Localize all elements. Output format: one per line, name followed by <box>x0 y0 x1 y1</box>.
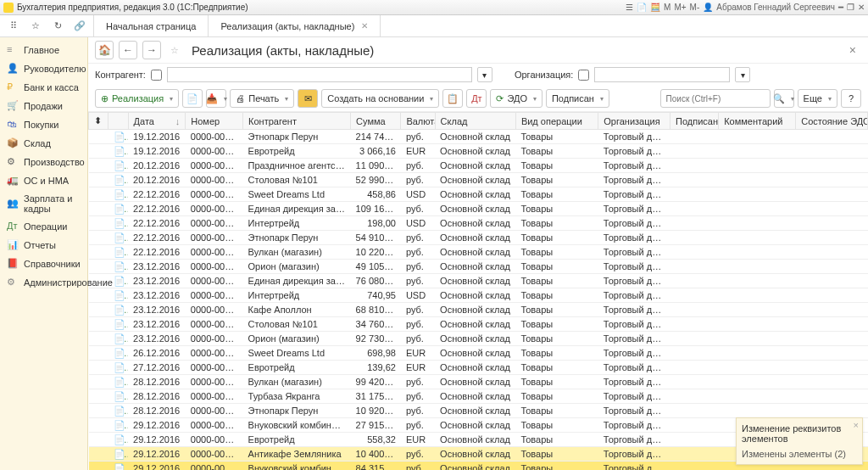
sidebar-item[interactable]: 🚛ОС и НМА <box>0 171 87 190</box>
page-close-button[interactable]: × <box>844 43 861 57</box>
search-input[interactable] <box>660 89 771 108</box>
notification-toast[interactable]: × Изменение реквизитов элементов Изменен… <box>736 417 863 465</box>
notification-body: Изменены элементы (2) <box>742 449 857 459</box>
table-row[interactable]: 📄27.12.20160000-000596Евротрейд139,62EUR… <box>89 361 868 375</box>
organization-select-button[interactable]: ▾ <box>735 67 750 82</box>
sidebar-item[interactable]: 📊Отчеты <box>0 236 87 255</box>
col-operation[interactable]: Вид операции <box>515 113 598 130</box>
sidebar-item[interactable]: 📦Склад <box>0 134 87 153</box>
table-row[interactable]: 📄26.12.20160000-000595Sweet Dreams Ltd69… <box>89 346 868 361</box>
table-row[interactable]: 📄23.12.20160000-000594Орион (магазин)92 … <box>89 332 868 346</box>
doc-icon: 📄 <box>114 276 124 286</box>
sidebar-item[interactable]: ⚙Администрирование <box>0 273 87 292</box>
doc-icon: 📄 <box>114 319 124 329</box>
col-date[interactable]: Дата ↓ <box>128 113 186 130</box>
favorite-icon[interactable]: ☆ <box>166 45 183 56</box>
sidebar-item[interactable]: ⚙Производство <box>0 153 87 171</box>
sidebar-item[interactable]: ₽Банк и касса <box>0 78 87 97</box>
sidebar-label: Покупки <box>24 120 58 130</box>
apps-icon[interactable]: ⠿ <box>7 20 20 33</box>
history-icon[interactable]: ↻ <box>51 20 64 33</box>
edo-button[interactable]: ⟳ ЭДО <box>490 89 542 108</box>
related-button[interactable]: 📋 <box>442 89 463 108</box>
sidebar-item[interactable]: 👥Зарплата и кадры <box>0 190 87 217</box>
minimize-button[interactable]: ━ <box>838 3 843 12</box>
close-button[interactable]: ✕ <box>858 3 865 12</box>
col-status[interactable]: ⬍ <box>89 113 108 130</box>
top-nav: ⠿ ☆ ↻ 🔗 Начальная страница Реализация (а… <box>0 15 868 37</box>
table-row[interactable]: 📄23.12.20160000-000589Орион (магазин)49 … <box>89 260 868 274</box>
contragent-input[interactable] <box>167 67 472 82</box>
sidebar: ≡Главное👤Руководителю₽Банк и касса🛒Прода… <box>0 37 88 470</box>
col-warehouse[interactable]: Склад <box>435 113 515 130</box>
print-button[interactable]: 🖨 Печать <box>230 89 294 108</box>
table-row[interactable]: 📄22.12.20160000-000584Sweet Dreams Ltd45… <box>89 187 868 202</box>
more-button[interactable]: Еще <box>798 89 837 108</box>
table-row[interactable]: 📄22.12.20160000-000586Интертрейд198,00US… <box>89 216 868 231</box>
contragent-select-button[interactable]: ▾ <box>477 67 492 82</box>
notification-close-icon[interactable]: × <box>854 420 859 430</box>
tb-icon[interactable]: 🧮 <box>650 3 660 12</box>
grid[interactable]: ⬍ Дата ↓ Номер Контрагент Сумма Валюта С… <box>88 112 868 470</box>
col-marker[interactable] <box>108 113 128 130</box>
sidebar-item[interactable]: 📕Справочники <box>0 255 87 273</box>
col-contragent[interactable]: Контрагент <box>243 113 351 130</box>
tab-home[interactable]: Начальная страница <box>94 15 209 36</box>
home-button[interactable]: 🏠 <box>95 41 114 59</box>
table-row[interactable]: 📄22.12.20160000-000588Вулкан (магазин)10… <box>89 245 868 260</box>
back-button[interactable]: ← <box>119 41 137 59</box>
sidebar-icon: ₽ <box>7 81 19 93</box>
dt-button[interactable]: Дт <box>466 89 487 108</box>
table-row[interactable]: 📄28.12.20160000-000597Вулкан (магазин)99… <box>89 375 868 389</box>
sidebar-label: Главное <box>24 45 59 55</box>
sidebar-item[interactable]: ДтОперации <box>0 217 87 236</box>
tab-realization[interactable]: Реализация (акты, накладные)✕ <box>209 15 381 36</box>
table-row[interactable]: 📄23.12.20160000-000591Интертрейд740,95US… <box>89 288 868 303</box>
organization-input[interactable] <box>594 67 730 82</box>
sidebar-label: Банк и касса <box>24 82 79 92</box>
table-row[interactable]: 📄28.12.20160000-000599Этнопарк Перун10 9… <box>89 404 868 418</box>
load-button[interactable]: 📥 <box>206 89 226 108</box>
link-icon[interactable]: 🔗 <box>73 20 86 33</box>
table-row[interactable]: 📄23.12.20160000-000592Кафе Аполлон68 810… <box>89 303 868 317</box>
col-organization[interactable]: Организация <box>598 113 670 130</box>
star-icon[interactable]: ☆ <box>29 20 42 33</box>
col-number[interactable]: Номер <box>186 113 243 130</box>
tab-close-icon[interactable]: ✕ <box>361 21 368 31</box>
col-edo[interactable]: Состояние ЭДО <box>796 113 868 130</box>
search-button[interactable]: 🔍 <box>774 89 794 108</box>
sidebar-item[interactable]: 🛒Продажи <box>0 97 87 115</box>
col-signed[interactable]: Подписан <box>670 113 718 130</box>
col-comment[interactable]: Комментарий <box>719 113 796 130</box>
table-row[interactable]: 📄28.12.20160000-000598Турбаза Якранга31 … <box>89 389 868 404</box>
sidebar-item[interactable]: 🛍Покупки <box>0 115 87 134</box>
mail-button[interactable]: ✉ <box>298 89 318 108</box>
table-row[interactable]: 📄20.12.20160000-000583Столовая №10152 99… <box>89 173 868 187</box>
copy-button[interactable]: 📄 <box>182 89 203 108</box>
table-row[interactable]: 📄19.12.20160000-000581Евротрейд3 066,16E… <box>89 144 868 159</box>
table-row[interactable]: 📄23.12.20160000-000593Столовая №10134 76… <box>89 317 868 332</box>
realization-button[interactable]: ⊕ Реализация <box>95 89 179 108</box>
sync-icon: ⟳ <box>496 93 504 104</box>
contragent-checkbox[interactable] <box>151 70 162 81</box>
create-based-button[interactable]: Создать на основании <box>321 89 439 108</box>
sidebar-item[interactable]: 👤Руководителю <box>0 59 87 78</box>
help-button[interactable]: ? <box>841 89 861 108</box>
organization-checkbox[interactable] <box>578 70 589 81</box>
tb-icon[interactable]: ☰ <box>626 3 633 12</box>
tb-icon[interactable]: 📄 <box>637 3 647 12</box>
maximize-button[interactable]: ❐ <box>847 3 854 12</box>
table-row[interactable]: 📄22.12.20160000-000585Единая дирекция за… <box>89 202 868 216</box>
user-name[interactable]: Абрамов Геннадий Сергеевич <box>716 3 835 12</box>
sidebar-label: Операции <box>24 221 67 232</box>
sign-button[interactable]: Подписан <box>546 89 609 108</box>
table-row[interactable]: 📄19.12.20160000-000580Этнопарк Перун214 … <box>89 130 868 144</box>
table-row[interactable]: 📄22.12.20160000-000587Этнопарк Перун54 9… <box>89 231 868 245</box>
table-row[interactable]: 📄23.12.20160000-000590Единая дирекция за… <box>89 274 868 288</box>
table-row[interactable]: 📄20.12.20160000-000582Праздничное агентс… <box>89 159 868 173</box>
forward-button[interactable]: → <box>142 41 161 59</box>
doc-icon: 📄 <box>114 261 124 271</box>
sidebar-item[interactable]: ≡Главное <box>0 41 87 59</box>
col-currency[interactable]: Валюта <box>401 113 435 130</box>
col-sum[interactable]: Сумма <box>351 113 401 130</box>
